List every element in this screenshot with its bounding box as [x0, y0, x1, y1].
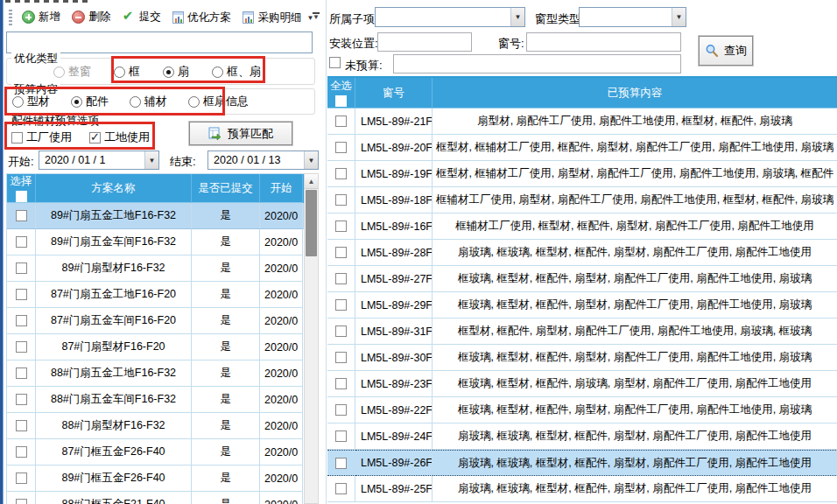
toolbar-button[interactable]: 新增 ▼ [18, 8, 65, 26]
budget-match-button[interactable]: 预算匹配 [189, 122, 292, 145]
plan-name: 88#门框五金F21-F40 [36, 492, 192, 504]
plan-row[interactable]: 87#门扇五金工地F16-F20 是 2020/0 [7, 282, 304, 308]
plan-row[interactable]: 87#门扇五金车间F16-F20 是 2020/0 [7, 308, 304, 334]
budgeted-content: 框型材, 框配件, 扇型材, 扇配件工厂使用, 扇配件工地使用, 扇玻璃, 框玻… [433, 318, 837, 345]
no-budget-input[interactable] [393, 54, 681, 74]
row-checkbox[interactable] [16, 262, 27, 274]
plan-panel: 新增 ▼ 删除 ▼ 提交 ▼ 优化方案 ▼ 采购明细 ▼ ▼ [4, 0, 322, 504]
row-checkbox[interactable] [335, 247, 347, 258]
window-no-input[interactable] [526, 32, 681, 52]
row-checkbox[interactable] [16, 341, 27, 353]
sub-item-label: 所属子项: [329, 11, 378, 27]
row-checkbox[interactable] [16, 446, 27, 458]
plan-row[interactable]: 87#门扇型材F16-F20 是 2020/0 [7, 334, 304, 360]
select-all-checkbox[interactable] [335, 95, 347, 107]
budgeted-content: 框玻璃, 框型材, 框配件, 扇型材, 扇配件工厂使用, 扇配件工地使用, 扇玻… [433, 266, 837, 292]
plan-row[interactable]: 87#门框五金F26-F40 是 2020/0 [7, 439, 304, 466]
row-checkbox[interactable] [335, 483, 347, 494]
plan-name: 89#门框五金F26-F40 [36, 466, 192, 492]
window-row[interactable]: LM5L-89#-22F20 框玻璃, 框型材, 框配件, 扇型材, 扇配件工厂… [327, 397, 837, 424]
plans-table-scrollbar[interactable]: ▲ [304, 173, 319, 504]
plan-search-input[interactable] [6, 32, 313, 53]
sub-item-combo[interactable]: ▼ [375, 7, 525, 27]
window-row[interactable]: LM5L-89#-25F23 扇玻璃, 框玻璃, 框型材, 框配件, 扇型材, … [327, 476, 837, 502]
window-row[interactable]: LM5L-89#-19F17 框型材, 框辅材工厂使用, 扇型材, 扇配件工厂使… [327, 161, 837, 187]
window-row[interactable]: LM5L-89#-27F25 框玻璃, 框型材, 框配件, 扇型材, 扇配件工厂… [327, 266, 837, 292]
window-row[interactable]: LM5L-89#-31F29 框型材, 框配件, 扇型材, 扇配件工厂使用, 扇… [327, 318, 837, 345]
window-row[interactable]: LM5L-89#-20F18 框型材, 框辅材工厂使用, 框配件, 扇型材, 扇… [327, 135, 837, 161]
toolbar-button[interactable]: 删除 ▼ [67, 8, 115, 26]
row-checkbox[interactable] [335, 168, 347, 179]
window-row[interactable]: LM5L-89#-21F19 扇型材, 扇配件工厂使用, 扇配件工地使用, 框型… [327, 108, 837, 135]
window-row[interactable]: LM5L-89#-26F24 扇玻璃, 框玻璃, 框型材, 框配件, 扇型材, … [327, 450, 837, 476]
row-checkbox[interactable] [335, 404, 347, 416]
row-checkbox[interactable] [335, 299, 347, 311]
row-checkbox[interactable] [335, 142, 347, 153]
window-row[interactable]: LM5L-89#-24F22 扇玻璃, 框玻璃, 框型材, 框配件, 扇型材, … [327, 424, 837, 450]
plan-name: 89#门扇型材F16-F32 [36, 256, 192, 282]
window-row[interactable]: LM5L-89#-16F15 框辅材工厂使用, 框型材, 框配件, 扇型材, 扇… [327, 214, 837, 240]
window-row[interactable]: LM5L-89#-29F27 框玻璃, 框型材, 框配件, 扇型材, 扇配件工厂… [327, 292, 837, 318]
scrollbar-thumb[interactable] [306, 190, 317, 256]
chevron-down-icon[interactable]: ▼ [144, 151, 158, 169]
window-row[interactable]: LM5L-89#-28F26 扇玻璃, 框玻璃, 框型材, 框配件, 扇型材, … [327, 240, 837, 266]
plan-name: 89#门扇五金工地F16-F32 [36, 203, 192, 229]
window-row[interactable]: LM5L-89#-23F21 框玻璃, 框型材, 框配件, 扇玻璃, 扇型材, … [327, 371, 837, 397]
row-checkbox[interactable] [16, 472, 27, 484]
date-end-picker[interactable]: 2020 / 01 / 13 ▼ [207, 150, 319, 170]
toolbar-grip-handle[interactable] [9, 10, 12, 25]
row-checkbox[interactable] [335, 273, 347, 284]
row-checkbox[interactable] [335, 430, 347, 442]
row-checkbox[interactable] [335, 378, 347, 389]
plan-row[interactable]: 88#门扇型材F16-F32 是 2020/0 [7, 413, 304, 439]
toolbar-overflow-button[interactable]: ▼ [310, 10, 322, 26]
toolbar-button[interactable]: 提交 ▼ [118, 8, 165, 26]
plan-submitted: 是 [192, 413, 260, 439]
budgeted-content: 框玻璃, 框型材, 框配件, 扇型材, 扇配件工厂使用, 扇配件工地使用, 扇玻… [433, 397, 837, 424]
row-checkbox[interactable] [335, 458, 347, 469]
window-type-combo[interactable]: ▼ [579, 7, 686, 27]
scroll-up-arrow-icon[interactable]: ▲ [305, 174, 318, 189]
plan-row[interactable]: 89#门扇型材F16-F32 是 2020/0 [7, 256, 304, 282]
plan-submitted: 是 [192, 308, 260, 334]
query-button[interactable]: 查询 [699, 36, 753, 66]
row-checkbox[interactable] [16, 368, 27, 379]
chevron-down-icon[interactable]: ▼ [672, 8, 686, 26]
plan-start-date: 2020/0 [260, 334, 303, 360]
toolbar-button[interactable]: 采购明细 ▼ [238, 9, 318, 27]
plan-start-date: 2020/0 [260, 466, 303, 492]
plan-row[interactable]: 89#门框五金F26-F40 是 2020/0 [7, 466, 304, 492]
chevron-down-icon[interactable]: ▼ [304, 151, 318, 169]
install-pos-input[interactable] [377, 32, 472, 52]
window-no: LM5L-89#-23F21 [355, 371, 433, 397]
budgeted-content: 扇型材, 扇配件工厂使用, 扇配件工地使用, 框型材, 框配件, 扇玻璃 [433, 108, 837, 135]
date-start-picker[interactable]: 2020 / 01 / 1 ▼ [39, 150, 159, 170]
toolbar-button[interactable]: 优化方案 ▼ [168, 9, 236, 27]
plan-row[interactable]: 88#门框五金F21-F40 是 2020/0 [7, 492, 304, 504]
row-checkbox[interactable] [335, 220, 347, 232]
row-checkbox[interactable] [16, 236, 27, 248]
report-chart-icon [172, 11, 184, 24]
row-checkbox[interactable] [335, 194, 347, 206]
chevron-down-icon: ▼ [310, 15, 322, 20]
row-checkbox[interactable] [16, 315, 27, 326]
plan-row[interactable]: 88#门扇五金工地F16-F32 是 2020/0 [7, 360, 304, 387]
select-all-checkbox[interactable] [16, 191, 27, 202]
row-checkbox[interactable] [335, 116, 347, 127]
plan-submitted: 是 [192, 334, 260, 360]
row-checkbox[interactable] [16, 210, 27, 221]
row-checkbox[interactable] [16, 420, 27, 431]
window-row[interactable]: LM5L-89#-18F16 框辅材工厂使用, 扇型材, 扇配件工厂使用, 扇配… [327, 187, 837, 214]
row-checkbox[interactable] [335, 326, 347, 337]
row-checkbox[interactable] [16, 394, 27, 405]
row-checkbox[interactable] [16, 289, 27, 300]
window-no: LM5L-89#-20F18 [355, 135, 433, 161]
no-budget-checkbox[interactable] [329, 57, 341, 68]
plan-row[interactable]: 89#门扇五金车间F16-F32 是 2020/0 [7, 229, 304, 256]
plan-row[interactable]: 89#门扇五金工地F16-F32 是 2020/0 [7, 203, 304, 229]
window-row[interactable]: LM5L-89#-30F28 框玻璃, 框型材, 框配件, 扇型材, 扇配件工厂… [327, 345, 837, 371]
plan-row[interactable]: 88#门扇五金车间F16-F32 是 2020/0 [7, 387, 304, 413]
row-checkbox[interactable] [16, 499, 27, 504]
row-checkbox[interactable] [335, 352, 347, 363]
chevron-down-icon[interactable]: ▼ [510, 8, 524, 26]
